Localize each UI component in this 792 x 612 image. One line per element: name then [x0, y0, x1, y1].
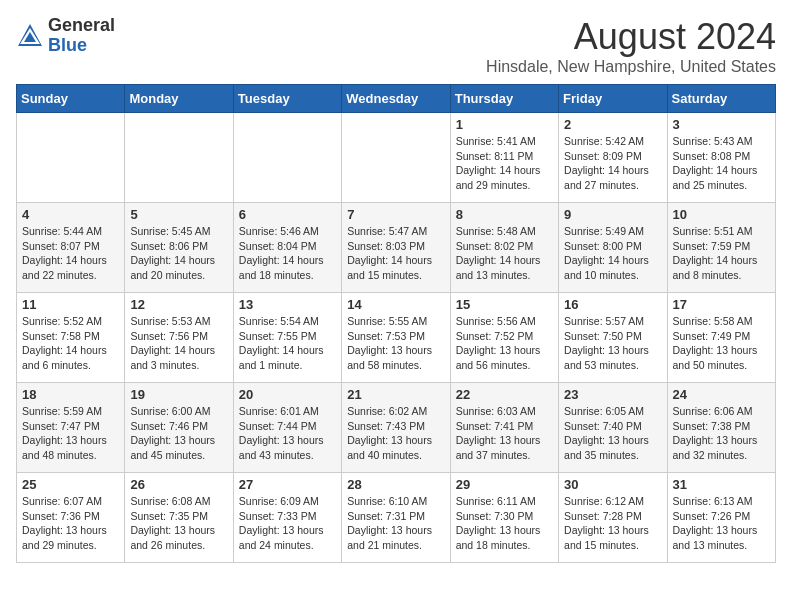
calendar-cell: 3Sunrise: 5:43 AM Sunset: 8:08 PM Daylig…: [667, 113, 775, 203]
calendar-cell: 30Sunrise: 6:12 AM Sunset: 7:28 PM Dayli…: [559, 473, 667, 563]
calendar-cell: 2Sunrise: 5:42 AM Sunset: 8:09 PM Daylig…: [559, 113, 667, 203]
calendar-cell: [17, 113, 125, 203]
day-number: 28: [347, 477, 444, 492]
day-number: 9: [564, 207, 661, 222]
calendar-cell: 20Sunrise: 6:01 AM Sunset: 7:44 PM Dayli…: [233, 383, 341, 473]
day-info: Sunrise: 5:49 AM Sunset: 8:00 PM Dayligh…: [564, 224, 661, 283]
day-info: Sunrise: 5:52 AM Sunset: 7:58 PM Dayligh…: [22, 314, 119, 373]
day-number: 26: [130, 477, 227, 492]
calendar-cell: [233, 113, 341, 203]
calendar-cell: 19Sunrise: 6:00 AM Sunset: 7:46 PM Dayli…: [125, 383, 233, 473]
day-number: 1: [456, 117, 553, 132]
calendar-cell: [342, 113, 450, 203]
day-info: Sunrise: 6:00 AM Sunset: 7:46 PM Dayligh…: [130, 404, 227, 463]
day-number: 25: [22, 477, 119, 492]
calendar-cell: 1Sunrise: 5:41 AM Sunset: 8:11 PM Daylig…: [450, 113, 558, 203]
calendar-cell: 14Sunrise: 5:55 AM Sunset: 7:53 PM Dayli…: [342, 293, 450, 383]
calendar-cell: 31Sunrise: 6:13 AM Sunset: 7:26 PM Dayli…: [667, 473, 775, 563]
title-block: August 2024 Hinsdale, New Hampshire, Uni…: [486, 16, 776, 76]
day-number: 27: [239, 477, 336, 492]
logo-general-text: General: [48, 15, 115, 35]
subtitle: Hinsdale, New Hampshire, United States: [486, 58, 776, 76]
calendar-week-row: 11Sunrise: 5:52 AM Sunset: 7:58 PM Dayli…: [17, 293, 776, 383]
day-number: 18: [22, 387, 119, 402]
calendar-week-row: 18Sunrise: 5:59 AM Sunset: 7:47 PM Dayli…: [17, 383, 776, 473]
column-header-thursday: Thursday: [450, 85, 558, 113]
day-number: 5: [130, 207, 227, 222]
day-info: Sunrise: 5:41 AM Sunset: 8:11 PM Dayligh…: [456, 134, 553, 193]
calendar-cell: 8Sunrise: 5:48 AM Sunset: 8:02 PM Daylig…: [450, 203, 558, 293]
calendar-cell: 29Sunrise: 6:11 AM Sunset: 7:30 PM Dayli…: [450, 473, 558, 563]
calendar-week-row: 25Sunrise: 6:07 AM Sunset: 7:36 PM Dayli…: [17, 473, 776, 563]
calendar-cell: 21Sunrise: 6:02 AM Sunset: 7:43 PM Dayli…: [342, 383, 450, 473]
column-header-tuesday: Tuesday: [233, 85, 341, 113]
day-number: 23: [564, 387, 661, 402]
day-info: Sunrise: 6:03 AM Sunset: 7:41 PM Dayligh…: [456, 404, 553, 463]
day-info: Sunrise: 5:51 AM Sunset: 7:59 PM Dayligh…: [673, 224, 770, 283]
day-info: Sunrise: 5:55 AM Sunset: 7:53 PM Dayligh…: [347, 314, 444, 373]
day-number: 13: [239, 297, 336, 312]
day-info: Sunrise: 5:56 AM Sunset: 7:52 PM Dayligh…: [456, 314, 553, 373]
page-header: General Blue August 2024 Hinsdale, New H…: [16, 16, 776, 76]
calendar-cell: 22Sunrise: 6:03 AM Sunset: 7:41 PM Dayli…: [450, 383, 558, 473]
calendar-cell: 16Sunrise: 5:57 AM Sunset: 7:50 PM Dayli…: [559, 293, 667, 383]
day-info: Sunrise: 6:08 AM Sunset: 7:35 PM Dayligh…: [130, 494, 227, 553]
column-header-friday: Friday: [559, 85, 667, 113]
calendar-table: SundayMondayTuesdayWednesdayThursdayFrid…: [16, 84, 776, 563]
day-info: Sunrise: 5:58 AM Sunset: 7:49 PM Dayligh…: [673, 314, 770, 373]
day-number: 6: [239, 207, 336, 222]
day-info: Sunrise: 6:02 AM Sunset: 7:43 PM Dayligh…: [347, 404, 444, 463]
day-info: Sunrise: 5:59 AM Sunset: 7:47 PM Dayligh…: [22, 404, 119, 463]
day-number: 29: [456, 477, 553, 492]
day-info: Sunrise: 6:01 AM Sunset: 7:44 PM Dayligh…: [239, 404, 336, 463]
column-header-monday: Monday: [125, 85, 233, 113]
column-header-saturday: Saturday: [667, 85, 775, 113]
calendar-cell: 11Sunrise: 5:52 AM Sunset: 7:58 PM Dayli…: [17, 293, 125, 383]
day-number: 14: [347, 297, 444, 312]
day-info: Sunrise: 5:45 AM Sunset: 8:06 PM Dayligh…: [130, 224, 227, 283]
calendar-cell: 13Sunrise: 5:54 AM Sunset: 7:55 PM Dayli…: [233, 293, 341, 383]
column-header-wednesday: Wednesday: [342, 85, 450, 113]
day-info: Sunrise: 6:11 AM Sunset: 7:30 PM Dayligh…: [456, 494, 553, 553]
day-info: Sunrise: 5:57 AM Sunset: 7:50 PM Dayligh…: [564, 314, 661, 373]
calendar-cell: 23Sunrise: 6:05 AM Sunset: 7:40 PM Dayli…: [559, 383, 667, 473]
day-number: 8: [456, 207, 553, 222]
day-number: 3: [673, 117, 770, 132]
calendar-cell: 9Sunrise: 5:49 AM Sunset: 8:00 PM Daylig…: [559, 203, 667, 293]
day-number: 7: [347, 207, 444, 222]
calendar-cell: 4Sunrise: 5:44 AM Sunset: 8:07 PM Daylig…: [17, 203, 125, 293]
day-number: 31: [673, 477, 770, 492]
logo-blue-text: Blue: [48, 35, 87, 55]
calendar-header-row: SundayMondayTuesdayWednesdayThursdayFrid…: [17, 85, 776, 113]
calendar-week-row: 4Sunrise: 5:44 AM Sunset: 8:07 PM Daylig…: [17, 203, 776, 293]
day-number: 2: [564, 117, 661, 132]
logo: General Blue: [16, 16, 115, 56]
calendar-cell: 17Sunrise: 5:58 AM Sunset: 7:49 PM Dayli…: [667, 293, 775, 383]
calendar-cell: 24Sunrise: 6:06 AM Sunset: 7:38 PM Dayli…: [667, 383, 775, 473]
day-info: Sunrise: 6:13 AM Sunset: 7:26 PM Dayligh…: [673, 494, 770, 553]
day-info: Sunrise: 6:06 AM Sunset: 7:38 PM Dayligh…: [673, 404, 770, 463]
day-number: 19: [130, 387, 227, 402]
calendar-cell: 12Sunrise: 5:53 AM Sunset: 7:56 PM Dayli…: [125, 293, 233, 383]
calendar-cell: 26Sunrise: 6:08 AM Sunset: 7:35 PM Dayli…: [125, 473, 233, 563]
day-info: Sunrise: 6:07 AM Sunset: 7:36 PM Dayligh…: [22, 494, 119, 553]
day-info: Sunrise: 5:47 AM Sunset: 8:03 PM Dayligh…: [347, 224, 444, 283]
calendar-cell: 28Sunrise: 6:10 AM Sunset: 7:31 PM Dayli…: [342, 473, 450, 563]
day-info: Sunrise: 6:10 AM Sunset: 7:31 PM Dayligh…: [347, 494, 444, 553]
column-header-sunday: Sunday: [17, 85, 125, 113]
main-title: August 2024: [486, 16, 776, 58]
day-info: Sunrise: 5:48 AM Sunset: 8:02 PM Dayligh…: [456, 224, 553, 283]
day-number: 16: [564, 297, 661, 312]
calendar-cell: [125, 113, 233, 203]
day-info: Sunrise: 5:42 AM Sunset: 8:09 PM Dayligh…: [564, 134, 661, 193]
calendar-cell: 10Sunrise: 5:51 AM Sunset: 7:59 PM Dayli…: [667, 203, 775, 293]
day-number: 22: [456, 387, 553, 402]
day-info: Sunrise: 5:44 AM Sunset: 8:07 PM Dayligh…: [22, 224, 119, 283]
day-info: Sunrise: 5:43 AM Sunset: 8:08 PM Dayligh…: [673, 134, 770, 193]
day-number: 24: [673, 387, 770, 402]
day-info: Sunrise: 5:53 AM Sunset: 7:56 PM Dayligh…: [130, 314, 227, 373]
calendar-cell: 27Sunrise: 6:09 AM Sunset: 7:33 PM Dayli…: [233, 473, 341, 563]
day-number: 30: [564, 477, 661, 492]
day-number: 21: [347, 387, 444, 402]
day-number: 15: [456, 297, 553, 312]
